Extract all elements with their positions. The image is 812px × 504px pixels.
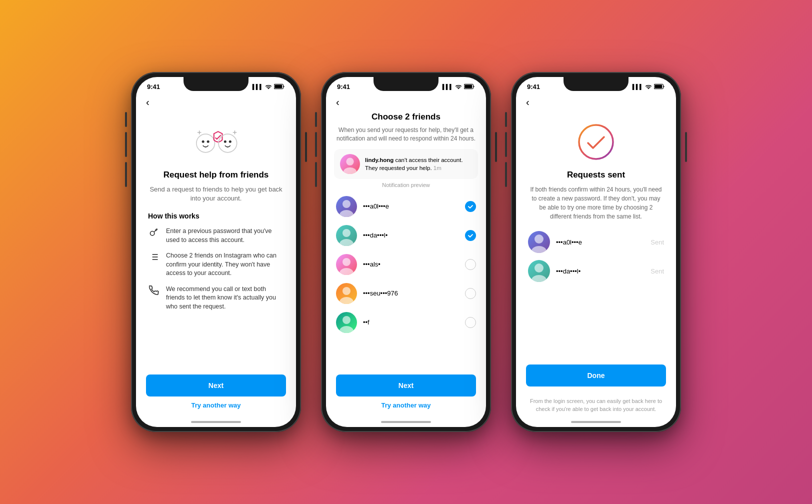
friend-avatar-4 [336,283,357,304]
friend-avatar-3 [336,254,357,275]
svg-point-30 [340,297,354,304]
status-icons-3: ▌▌▌ [632,84,665,90]
phone-3: 9:41 ▌▌▌ ‹ [511,72,681,432]
svg-point-2 [196,134,215,152]
sent-item-2: •••da•••l• Sent [528,260,664,282]
phone-1: 9:41 ▌▌▌ ‹ [131,72,301,432]
try-another-link-1[interactable]: Try another way [146,402,286,409]
svg-point-25 [342,229,350,237]
battery-icon-1 [274,84,285,90]
svg-point-22 [344,167,357,174]
back-button-1[interactable]: ‹ [136,92,296,112]
wifi-icon-1 [265,84,272,90]
svg-point-23 [342,200,350,208]
friend-avatar-2 [336,225,357,246]
check-5 [465,317,476,328]
sent-avatar-2 [528,260,550,282]
home-indicator-2 [326,417,486,427]
signal-icon-3: ▌▌▌ [632,84,643,90]
back-button-2[interactable]: ‹ [326,92,486,112]
friend-item-5[interactable]: ••f [326,308,486,337]
signal-icon-1: ▌▌▌ [252,84,263,90]
svg-point-36 [534,234,544,244]
how-works-title: How this works [148,212,284,220]
home-indicator-1 [136,417,296,427]
wifi-icon-2 [455,84,462,90]
key-icon [148,228,160,240]
done-button[interactable]: Done [526,364,666,386]
friend-list: •••a0l•••e •••da•••l• [326,192,486,368]
p3-bottom: Done [516,360,676,394]
step-1-text: Enter a previous password that you've us… [166,227,284,244]
friend-item-3[interactable]: •••als• [326,250,486,279]
friend-name-1: •••a0l•••e [363,202,459,210]
screen-2: ‹ Choose 2 friends When you send your re… [326,92,486,427]
svg-point-28 [340,268,354,275]
list-icon [148,252,160,264]
notch-2 [374,77,438,91]
svg-point-26 [340,239,354,246]
notch-1 [184,77,248,91]
notification-label: Notification preview [326,182,486,188]
notification-text: lindy.hong can't access their account. T… [365,156,472,172]
svg-point-29 [342,287,350,295]
sent-list: •••a0l•••e Sent •••da•••l• Sent [528,231,664,282]
friend-item-2[interactable]: •••da•••l• [326,221,486,250]
svg-point-6 [224,140,226,143]
svg-point-38 [534,264,544,272]
svg-point-4 [207,140,210,143]
friend-item-4[interactable]: •••seu•••976 [326,279,486,308]
time-2: 9:41 [337,83,350,90]
step-2: Choose 2 friends on Instagram who can co… [148,252,284,278]
sent-avatar-1 [528,231,550,253]
sent-name-1: •••a0l•••e [556,238,644,246]
status-icons-1: ▌▌▌ [252,84,285,90]
svg-point-21 [346,158,354,165]
status-icons-2: ▌▌▌ [442,84,475,90]
svg-point-32 [340,326,354,333]
svg-point-37 [532,246,546,253]
notch-3 [564,77,628,91]
svg-point-7 [229,140,232,143]
battery-icon-3 [654,84,665,90]
screen1-title: Request help from friends [148,170,284,180]
screen2-title: Choose 2 friends [336,112,476,122]
friend-item-1[interactable]: •••a0l•••e [326,192,486,221]
try-another-link-2[interactable]: Try another way [336,402,476,409]
check-4 [465,288,476,299]
friend-name-2: •••da•••l• [363,232,459,239]
bottom-area-1: Next Try another way [136,368,296,417]
svg-rect-1 [274,84,282,88]
screen1-subtitle: Send a request to friends to help you ge… [148,185,284,203]
time-1: 9:41 [147,83,160,90]
hero-illustration-1 [148,122,284,162]
bottom-area-2: Next Try another way [326,368,486,417]
sent-status-1: Sent [650,238,664,246]
svg-point-3 [202,140,204,143]
check-2 [465,230,476,241]
check-1 [465,201,476,212]
screen3-title: Requests sent [528,170,664,180]
p2-header: Choose 2 friends When you send your requ… [326,112,486,149]
friend-name-3: •••als• [363,260,459,268]
next-button-2[interactable]: Next [336,374,476,396]
step-3-text: We recommend you call or text both frien… [166,285,284,312]
phone-icon [148,286,160,298]
svg-point-12 [150,232,154,236]
time-3: 9:41 [527,83,540,90]
signal-icon-2: ▌▌▌ [442,84,453,90]
phone-2: 9:41 ▌▌▌ ‹ Choose 2 friends When you sen… [321,72,491,432]
sent-item-1: •••a0l•••e Sent [528,231,664,253]
friend-name-5: ••f [363,318,459,326]
svg-point-39 [532,275,546,282]
next-button-1[interactable]: Next [146,374,286,396]
back-button-3[interactable]: ‹ [516,92,676,112]
steps-list: Enter a previous password that you've us… [148,227,284,311]
screen2-subtitle: When you send your requests for help, th… [336,126,476,143]
sent-status-2: Sent [650,268,664,275]
svg-point-27 [342,258,350,266]
svg-point-35 [579,125,613,159]
svg-point-31 [342,316,350,324]
check-3 [465,259,476,270]
svg-rect-34 [654,84,662,88]
